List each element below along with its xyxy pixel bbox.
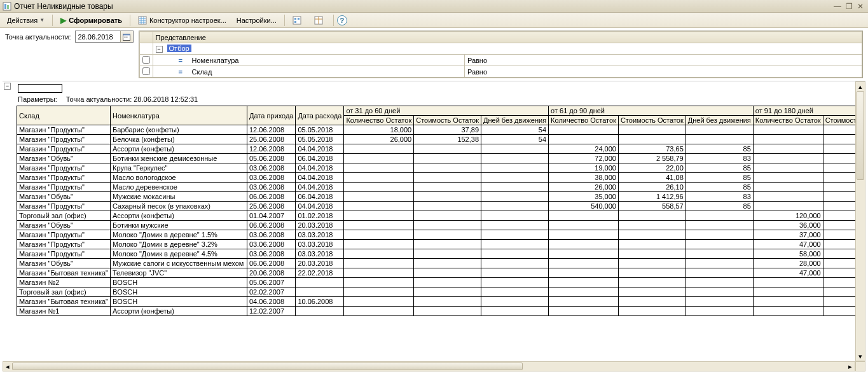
cell: Барбарис (конфеты) — [111, 125, 247, 135]
cell — [685, 287, 753, 297]
cell — [549, 259, 619, 268]
cell — [344, 173, 414, 183]
help-button[interactable]: ? — [337, 15, 347, 25]
cell — [549, 221, 619, 230]
cell: Телевизор "JVC" — [111, 268, 247, 278]
cell: 03.06.2008 — [247, 173, 296, 183]
table-row[interactable]: Торговый зал (офис)Ассорти (конфеты)01.0… — [17, 211, 856, 221]
cell — [344, 183, 414, 192]
scroll-thumb[interactable] — [12, 363, 523, 370]
cell: 1 196,77 — [823, 259, 855, 268]
cell: Масло вологодское — [111, 173, 247, 183]
window-title: Отчет Неликвидные товары — [14, 2, 113, 11]
table-row[interactable]: Магазин "Продукты"Масло вологодское03.06… — [17, 173, 856, 183]
cell: 25.06.2008 — [247, 202, 296, 211]
filter-row-cond[interactable]: Равно — [464, 66, 862, 78]
maximize-button[interactable]: ❐ — [844, 2, 854, 11]
table-row[interactable]: Магазин "Обувь"Ботинки мужские06.06.2008… — [17, 221, 856, 230]
relevance-date-input[interactable] — [75, 31, 134, 43]
collapse-toggle[interactable]: − — [156, 46, 163, 53]
tool-icon-1[interactable] — [288, 14, 308, 27]
table-row[interactable]: Магазин "Продукты"Белочка (конфеты)25.06… — [17, 135, 856, 144]
scroll-left-icon[interactable]: ◂ — [3, 363, 12, 370]
table-row[interactable]: Магазин "Обувь"Ботинки женские демисезон… — [17, 154, 856, 163]
settings-button[interactable]: Настройки... — [232, 14, 281, 27]
cell: 28,000 — [753, 259, 823, 268]
form-report-button[interactable]: ▶ Сформировать — [56, 14, 127, 27]
cell — [685, 135, 753, 144]
table-row[interactable]: Магазин "Продукты"Молоко "Домик в деревн… — [17, 240, 856, 249]
svg-rect-12 — [127, 36, 128, 38]
table-row[interactable]: Магазин "Продукты"Сахарный песок (в упак… — [17, 202, 856, 211]
params-label: Параметры: — [18, 95, 57, 103]
cell — [753, 297, 823, 307]
cell — [414, 249, 481, 259]
table-row[interactable]: Магазин №1Ассорти (конфеты)12.02.2007240… — [17, 307, 856, 316]
table-row[interactable]: Магазин "Продукты"Крупа "Геркулес"03.06.… — [17, 163, 856, 173]
table-row[interactable]: Магазин №2BOSCH05.06.20071,000980,00 — [17, 278, 856, 287]
table-row[interactable]: Магазин "Обувь"Мужские мокасины06.06.200… — [17, 192, 856, 202]
table-row[interactable]: Магазин "Продукты"Ассорти (конфеты)12.06… — [17, 144, 856, 154]
scroll-down-icon[interactable]: ▾ — [857, 352, 864, 361]
cell: Магазин №2 — [17, 278, 111, 287]
filter-root[interactable]: − Отбор — [153, 43, 862, 55]
filter-row-item[interactable]: = Склад — [153, 66, 464, 78]
tool-icon-2[interactable] — [310, 14, 330, 27]
table-row[interactable]: Магазин "Бытовая техника"BOSCH04.06.2008… — [17, 297, 856, 307]
cell — [414, 268, 481, 278]
cell — [618, 287, 685, 297]
report-collapse-toggle[interactable]: − — [4, 83, 11, 90]
constructor-button[interactable]: Конструктор настроек... — [134, 14, 231, 27]
calendar-button[interactable] — [120, 31, 133, 42]
cell — [481, 202, 549, 211]
cell — [823, 287, 855, 297]
svg-rect-10 — [123, 34, 130, 35]
cell — [753, 135, 823, 144]
cell: 58,000 — [753, 249, 823, 259]
cell: Магазин "Продукты" — [17, 163, 111, 173]
relevance-value[interactable] — [76, 31, 120, 42]
cell — [823, 192, 855, 202]
table-row[interactable]: Магазин "Обувь"Мужские сапоги с искусств… — [17, 259, 856, 268]
minimize-button[interactable]: — — [832, 2, 843, 11]
cell — [414, 259, 481, 268]
filter-check-header — [139, 32, 153, 43]
cell — [296, 307, 344, 316]
cell: Магазин "Продукты" — [17, 240, 111, 249]
sub-qty: Количество Остаток — [344, 116, 414, 125]
filter-row-cond[interactable]: Равно — [464, 55, 862, 66]
table-row[interactable]: Торговый зал (офис)BOSCH02.02.20072,0001… — [17, 287, 856, 297]
col-group-3: от 91 до 180 дней — [753, 106, 855, 116]
close-button[interactable]: ✕ — [855, 2, 865, 11]
cell — [618, 268, 685, 278]
filter-row-checkbox[interactable] — [142, 67, 150, 75]
col-out: Дата расхода — [296, 106, 344, 125]
cell: 19,000 — [549, 163, 619, 173]
cell: 26,000 — [549, 183, 619, 192]
actions-menu[interactable]: Действия ▼ — [3, 14, 49, 27]
scroll-thumb[interactable] — [857, 91, 864, 180]
cell: 25.06.2008 — [247, 135, 296, 144]
cell — [685, 211, 753, 221]
cell — [753, 183, 823, 192]
sub-cost: Стоимость Остаток — [414, 116, 481, 125]
scroll-right-icon[interactable]: ▸ — [846, 363, 855, 370]
cell: 04.04.2018 — [296, 173, 344, 183]
filter-row-checkbox[interactable] — [142, 56, 150, 64]
cell: 05.06.2007 — [247, 278, 296, 287]
filter-row-item[interactable]: = Номенклатура — [153, 55, 464, 66]
table-row[interactable]: Магазин "Продукты"Молоко "Домик в деревн… — [17, 249, 856, 259]
table-row[interactable]: Магазин "Бытовая техника"Телевизор "JVC"… — [17, 268, 856, 278]
cell: 37,89 — [414, 125, 481, 135]
cell — [685, 240, 753, 249]
table-row[interactable]: Магазин "Продукты"Барбарис (конфеты)12.0… — [17, 125, 856, 135]
scroll-up-icon[interactable]: ▴ — [857, 82, 864, 91]
cell: Ассорти (конфеты) — [111, 307, 247, 316]
table-row[interactable]: Магазин "Продукты"Масло деревенское03.06… — [17, 183, 856, 192]
horizontal-scrollbar[interactable]: ◂ ▸ — [3, 361, 855, 371]
table-row[interactable]: Магазин "Продукты"Молоко "Домик в деревн… — [17, 230, 856, 240]
cell: 03.06.2008 — [247, 183, 296, 192]
vertical-scrollbar[interactable]: ▴ ▾ — [855, 81, 865, 361]
cell: 04.04.2018 — [296, 163, 344, 173]
cell — [481, 183, 549, 192]
